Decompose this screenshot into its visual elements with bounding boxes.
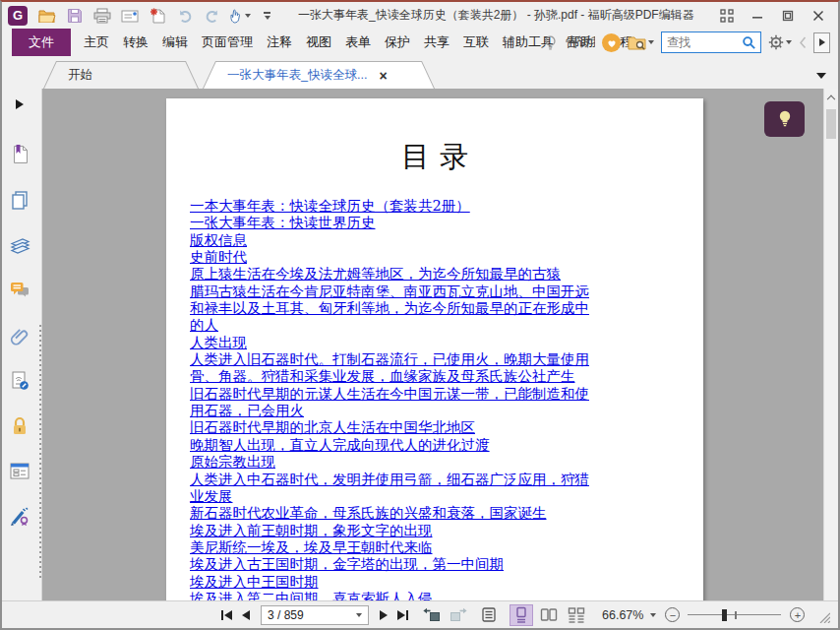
menu-item-organize[interactable]: 页面管理	[195, 33, 260, 51]
menu-item-form[interactable]: 表单	[338, 33, 378, 51]
zoom-level-value[interactable]: 66.67%	[602, 608, 643, 622]
toc-link[interactable]: 史前时代	[190, 249, 703, 266]
bookmarks-panel-button[interactable]	[2, 138, 37, 170]
toc-link[interactable]: 埃及进入第二中间期，喜克索斯人入侵	[190, 591, 703, 600]
toc-link[interactable]: 旧石器时代早期的元谋人生活在今中国元谋一带，已能制造和使	[190, 386, 703, 403]
tab-start[interactable]: 开始	[43, 61, 199, 89]
toc-link[interactable]: 版权信息	[190, 232, 703, 249]
previous-view-button[interactable]	[422, 607, 441, 622]
close-button[interactable]	[810, 8, 826, 24]
page-menu-button[interactable]	[482, 607, 496, 622]
minimize-button[interactable]	[750, 8, 765, 24]
toc-link[interactable]: 一张大事年表：快读世界历史	[190, 215, 703, 231]
facing-view-button[interactable]	[537, 604, 561, 626]
create-from-blank-button[interactable]	[145, 5, 169, 27]
toc-link[interactable]: 的人	[190, 317, 703, 334]
toc-link[interactable]: 原始宗教出现	[190, 454, 703, 471]
next-page-button[interactable]	[380, 610, 388, 620]
prev-page-button[interactable]	[242, 610, 250, 620]
toc-link[interactable]: 人类出现	[190, 335, 703, 351]
toc-link[interactable]: 人类进入中石器时代，发明并使用弓箭，细石器广泛应用，狩猎	[190, 472, 703, 488]
destinations-panel-button[interactable]	[2, 455, 37, 487]
security-panel-button[interactable]	[2, 410, 37, 442]
document-viewport[interactable]: 目录 一本大事年表：快读全球历史（套装共2册）一张大事年表：快读世界历史版权信息…	[42, 89, 823, 600]
resize-grip[interactable]	[818, 611, 830, 626]
signature-fields-panel-button[interactable]	[2, 364, 37, 397]
next-view-button[interactable]	[450, 607, 468, 622]
save-button[interactable]	[62, 5, 87, 27]
foxit-logo[interactable]: G	[8, 6, 28, 26]
redo-button[interactable]	[200, 5, 224, 27]
zoom-slider[interactable]	[688, 608, 781, 622]
maximize-button[interactable]	[780, 8, 796, 24]
toc-link[interactable]: 旧石器时代早期的北京人生活在中国华北地区	[190, 419, 703, 436]
toc-link[interactable]: 用石器，已会用火	[190, 403, 703, 419]
menu-item-protect[interactable]: 保护	[378, 33, 417, 51]
toc-link[interactable]: 和禄丰以及土耳其、匈牙利等地，为迄今所知最早的正在形成中	[190, 300, 703, 317]
undo-button[interactable]	[172, 5, 197, 27]
assistant-button[interactable]	[764, 101, 805, 137]
zoom-caret[interactable]	[650, 613, 656, 617]
single-page-view-button[interactable]	[510, 604, 533, 626]
tab-list-caret[interactable]	[816, 73, 826, 79]
switch-layout-button[interactable]	[719, 8, 735, 24]
menu-item-convert[interactable]: 转换	[116, 33, 155, 51]
layers-panel-button[interactable]	[2, 228, 37, 261]
page-thumbnails-panel-button[interactable]	[2, 183, 37, 216]
lightbulb-icon[interactable]	[542, 34, 559, 51]
page-number-combo[interactable]: 3 / 859	[261, 605, 369, 625]
folder-search-button[interactable]	[628, 35, 654, 50]
expand-panel-button[interactable]	[2, 94, 37, 114]
toc-link[interactable]: 腊玛古猿生活在今肯尼亚特南堡、南亚西瓦立克山地、中国开远	[190, 284, 703, 300]
toc-link[interactable]: 新石器时代农业革命，母系氏族的兴盛和衰落，国家诞生	[190, 505, 703, 522]
menu-item-edit[interactable]: 编辑	[155, 33, 195, 51]
tell-me-label[interactable]: 告诉我	[566, 33, 595, 51]
menu-right-tools: 告诉我	[542, 29, 830, 56]
search-icon	[742, 35, 756, 50]
continuous-facing-view-button[interactable]	[565, 604, 588, 626]
toc-link[interactable]: 一本大事年表：快读全球历史（套装共2册）	[190, 198, 703, 215]
menu-item-share[interactable]: 共享	[417, 33, 456, 51]
find-input[interactable]	[662, 32, 737, 52]
next-group-button[interactable]	[813, 32, 830, 53]
toc-link[interactable]: 业发展	[190, 488, 703, 505]
attachments-panel-button[interactable]	[2, 319, 37, 351]
zoom-slider-thumb[interactable]	[722, 609, 727, 621]
toc-link[interactable]: 人类进入旧石器时代。打制石器流行，已使用火，晚期大量使用	[190, 351, 703, 368]
tab-close-icon[interactable]: ×	[379, 69, 387, 83]
toc-link[interactable]: 原上猿生活在今埃及法尤姆等地区，为迄今所知最早的古猿	[190, 266, 703, 283]
email-button[interactable]	[117, 5, 142, 27]
settings-button[interactable]	[768, 34, 792, 50]
toc-link[interactable]: 骨、角器。狩猎和采集业发展，血缘家族及母系氏族公社产生	[190, 368, 703, 385]
menu-item-home[interactable]: 主页	[77, 33, 116, 51]
find-button[interactable]	[737, 32, 760, 52]
toc-link[interactable]: 美尼斯统一埃及，埃及早王朝时代来临	[190, 539, 703, 556]
zoom-out-button[interactable]	[665, 607, 680, 622]
scrollbar-thumb[interactable]	[826, 109, 836, 139]
open-file-button[interactable]	[34, 5, 59, 27]
vertical-scrollbar[interactable]	[823, 89, 838, 600]
prev-group-chevron-icon[interactable]	[799, 36, 807, 49]
zoom-in-button[interactable]	[790, 607, 805, 622]
print-button[interactable]	[90, 5, 114, 27]
last-page-button[interactable]	[397, 610, 408, 620]
print-icon	[93, 8, 111, 24]
toc-link[interactable]: 埃及进入前王朝时期，象形文字的出现	[190, 523, 703, 539]
tab-active-document[interactable]: 一张大事年表_快读全球... ×	[203, 61, 435, 89]
menu-item-comment[interactable]: 注释	[260, 33, 299, 51]
digital-signatures-panel-button[interactable]	[2, 500, 37, 533]
toc-link[interactable]: 埃及进入中王国时期	[190, 574, 703, 591]
favorite-heart-icon[interactable]	[602, 33, 621, 52]
comments-panel-button[interactable]	[2, 274, 37, 306]
customize-quick-access-button[interactable]	[255, 5, 279, 27]
toc-link[interactable]: 埃及进入古王国时期，金字塔的出现，第一中间期	[190, 556, 703, 573]
toc-link[interactable]: 晚期智人出现，直立人完成向现代人的进化过渡	[190, 437, 703, 454]
menu-item-connect[interactable]: 互联	[456, 33, 496, 51]
panel-splitter[interactable]	[39, 325, 41, 581]
redo-icon	[205, 8, 220, 24]
menu-item-view[interactable]: 视图	[299, 33, 338, 51]
hand-tool-button[interactable]	[227, 5, 252, 27]
scroll-up-button[interactable]	[824, 89, 838, 104]
menu-item-file[interactable]: 文件	[12, 29, 71, 56]
first-page-button[interactable]	[221, 610, 232, 620]
